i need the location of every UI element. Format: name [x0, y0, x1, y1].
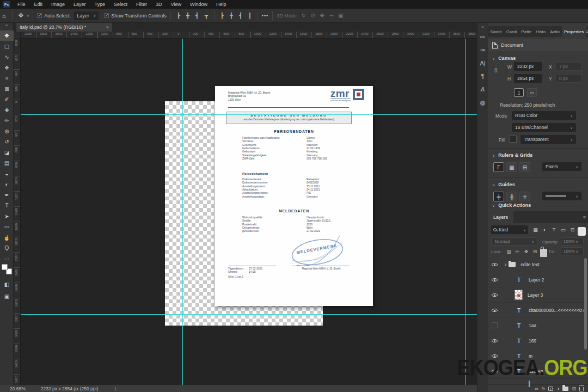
move-tool[interactable]: ✥ [0, 30, 14, 41]
move-tool-preset-icon[interactable]: ✥ [16, 12, 26, 19]
blur-tool[interactable]: ◒ [0, 169, 14, 179]
portrait-orientation-button[interactable]: ▯ [514, 88, 524, 97]
marquee-tool[interactable]: ▢ [0, 41, 14, 52]
menu-file[interactable]: File [13, 0, 30, 9]
layer-fill-field[interactable]: 100%∨ [561, 247, 584, 255]
adjustment-layer-icon[interactable]: ◑ [556, 386, 559, 391]
eye-icon[interactable] [492, 338, 498, 344]
eyedropper-tool[interactable]: ✐ [0, 94, 14, 105]
type-tool[interactable]: T [0, 200, 14, 211]
grid-icon[interactable]: ▦ [506, 162, 517, 172]
lock-transparency-icon[interactable]: ▨ [505, 247, 512, 255]
layer-row[interactable]: Tm [488, 348, 588, 364]
align-horizontal-centers-icon[interactable]: ╋ [184, 13, 192, 19]
more-options-icon[interactable]: ••• [262, 13, 268, 19]
quick-mask-icon[interactable]: ◧ [0, 279, 14, 290]
paragraph-panel-icon[interactable]: ¶ [477, 70, 488, 83]
color-mode-dropdown[interactable]: RGB Color∨ [512, 111, 576, 120]
align-right-edges-icon[interactable]: ┫ [193, 13, 201, 19]
zoom-level-field[interactable]: 20.66% [10, 386, 26, 391]
menu-type[interactable]: Type [90, 0, 110, 9]
document-page[interactable]: Magistrat Wien-MBA f.d. 20. BezirkBrigit… [215, 86, 373, 306]
menu-select[interactable]: Select [109, 0, 132, 9]
ruler-icon[interactable]: Γ [493, 162, 504, 172]
lock-position-icon[interactable]: ✥ [523, 247, 530, 255]
expand-caret-icon[interactable]: ∨ [504, 262, 507, 267]
tab-layers[interactable]: Layers [488, 211, 513, 223]
eye-icon[interactable] [492, 353, 498, 359]
blend-mode-dropdown[interactable]: Normal∨ [491, 237, 538, 246]
filter-shape-layers-icon[interactable]: ▭ [559, 225, 567, 234]
properties-panel-menu-icon[interactable]: ≡ [586, 29, 588, 34]
eraser-tool[interactable]: ◪ [0, 148, 14, 158]
chevron-down-icon[interactable]: ∨ [27, 14, 29, 17]
document-properties-row[interactable]: Document [488, 39, 588, 51]
bit-depth-dropdown[interactable]: 16 Bits/Channel∨ [512, 123, 576, 132]
lock-all-icon[interactable] [540, 247, 547, 255]
layer-row[interactable]: ∨edite text [488, 257, 588, 272]
link-dimensions-icon[interactable]: 8 [494, 68, 498, 74]
menu-help[interactable]: Help [212, 0, 231, 9]
align-left-edges-icon[interactable]: ┣ [175, 13, 182, 19]
new-layer-icon[interactable]: ⊞ [572, 386, 576, 391]
screen-mode-icon[interactable]: ▣ [0, 291, 14, 302]
menu-window[interactable]: Window [186, 0, 212, 9]
menu-view[interactable]: View [167, 0, 186, 9]
layers-scrollbar[interactable] [584, 258, 587, 350]
filter-type-layers-icon[interactable]: T [550, 225, 558, 234]
distribute-center-icon[interactable]: ╂ [228, 13, 235, 19]
layer-row[interactable]: T1aa [488, 318, 588, 333]
3d-zoom-icon[interactable]: ▣ [337, 13, 345, 19]
guide-style-dropdown[interactable]: ∨ [542, 192, 581, 200]
units-dropdown[interactable]: Pixels∨ [542, 162, 581, 171]
menu-edit[interactable]: Edit [30, 0, 47, 9]
menu-filter[interactable]: Filter [132, 0, 151, 9]
home-icon[interactable]: ⌂ [0, 13, 8, 19]
libraries-icon[interactable]: ◍ [477, 96, 488, 109]
filter-adjustment-layers-icon[interactable]: ◐ [541, 225, 549, 234]
canvas-height-field[interactable]: 2854 px [514, 74, 542, 83]
guide-horizontal-top[interactable] [21, 114, 477, 115]
link-layers-icon[interactable]: ∞ [535, 386, 538, 391]
visibility-toggle[interactable] [488, 353, 501, 359]
align-top-edges-icon[interactable]: ┳ [203, 13, 210, 19]
pen-tool[interactable]: ✒ [0, 190, 14, 200]
visibility-toggle[interactable] [488, 277, 501, 283]
healing-brush-tool[interactable]: ✚ [0, 105, 14, 115]
3d-orbit-icon[interactable]: ↻ [300, 13, 308, 19]
show-transform-checkbox[interactable] [104, 13, 109, 18]
menu-image[interactable]: Image [47, 0, 69, 9]
layer-effects-icon[interactable]: fx [542, 386, 545, 391]
tab-swatc[interactable]: Swatc [488, 26, 504, 37]
menu-3d[interactable]: 3D [151, 0, 167, 9]
filter-pixel-layers-icon[interactable]: ▦ [531, 225, 540, 234]
lock-artboard-icon[interactable]: ⊞ [531, 247, 538, 255]
close-tab-icon[interactable]: × [106, 24, 109, 30]
glyphs-panel-icon[interactable]: A [477, 83, 488, 96]
layer-row[interactable]: TLayer 2 [488, 272, 588, 287]
guide-snap-icon[interactable]: ✛ [519, 192, 530, 201]
guide-vertical-left[interactable] [182, 39, 183, 385]
gradient-tool[interactable]: ▤ [0, 158, 14, 168]
visibility-toggle[interactable] [488, 322, 501, 328]
status-options-icon[interactable]: ⟩ [114, 386, 116, 391]
landscape-orientation-button[interactable]: ▭ [527, 88, 537, 97]
layer-row[interactable]: Layer 3 [488, 287, 588, 303]
path-selection-tool[interactable]: ➤ [0, 211, 14, 222]
more-tools[interactable]: ⋯ [0, 254, 14, 264]
tab-patte[interactable]: Patte [519, 26, 534, 37]
canvas-area[interactable]: 2000180016001400120010008006004002000200… [14, 32, 477, 385]
tab-properties[interactable]: Properties [562, 26, 586, 37]
crop-tool[interactable]: ⌗ [0, 73, 14, 83]
quick-actions-header[interactable]: Quick Actions [492, 203, 531, 208]
collapse-tools-icon[interactable]: » [0, 23, 13, 29]
brushes-icon[interactable]: ✑ [477, 44, 488, 57]
3d-pan-icon[interactable]: ✥ [318, 13, 326, 19]
visibility-toggle[interactable] [488, 292, 501, 298]
opacity-field[interactable]: 100%∨ [561, 237, 584, 246]
guides-section-header[interactable]: Guides [492, 182, 515, 187]
canvas-section-header[interactable]: Canvas [492, 56, 516, 61]
collapse-panels-icon[interactable]: » [477, 23, 488, 30]
distribute-vertical-icon[interactable]: ┃ [246, 13, 254, 19]
tab-gradi[interactable]: Gradi [504, 26, 519, 37]
